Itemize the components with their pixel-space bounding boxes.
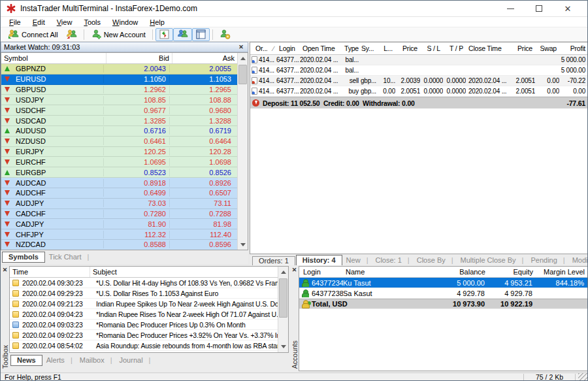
summary-text: Deposit: 11 052.50 Credit: 0.00 Withdraw… bbox=[263, 99, 566, 107]
toolbox-tab[interactable]: Journal bbox=[116, 356, 154, 366]
menu-item[interactable]: Help bbox=[144, 17, 171, 27]
history-tab[interactable]: History: 4 bbox=[296, 255, 342, 266]
market-watch-row[interactable]: AUDUSD 0.6716 0.6719 bbox=[1, 126, 237, 137]
column-symbol[interactable]: Sy... bbox=[359, 44, 380, 52]
market-watch-row[interactable]: EURJPY 120.25 120.28 bbox=[1, 147, 237, 157]
toolbox-tab[interactable]: Mailbox bbox=[76, 356, 116, 366]
column-order[interactable]: Or...∕ bbox=[250, 44, 276, 52]
market-watch-row[interactable]: AUDJPY 73.03 73.11 bbox=[1, 199, 237, 209]
column-symbol[interactable]: Symbol bbox=[1, 53, 106, 63]
toggle-toolbox-button[interactable] bbox=[192, 28, 210, 41]
toolbox-tab[interactable]: Alerts bbox=[43, 356, 76, 366]
market-watch-close-icon[interactable]: ✕ bbox=[237, 44, 245, 50]
market-watch-row[interactable]: GBPNZD 2.0043 2.0055 bbox=[1, 64, 237, 75]
market-watch-tab[interactable]: Symbols bbox=[2, 252, 45, 263]
column-close-price[interactable]: Price bbox=[510, 44, 535, 52]
menu-item[interactable]: Window bbox=[106, 17, 144, 27]
market-watch-row[interactable]: EURCHF 1.0695 1.0698 bbox=[1, 157, 237, 167]
column-equity[interactable]: Equity bbox=[488, 267, 536, 277]
news-row[interactable]: 2020.02.04 09:29:23 *U.S. Dollar Rises T… bbox=[10, 288, 278, 299]
news-scrollbar[interactable] bbox=[278, 267, 288, 352]
history-tab[interactable]: New bbox=[343, 256, 372, 266]
column-type[interactable]: Type bbox=[342, 44, 359, 52]
scroll-thumb[interactable] bbox=[279, 278, 287, 318]
column-price[interactable]: Price bbox=[395, 44, 420, 52]
market-watch-row[interactable]: AUDCAD 0.8918 0.8926 bbox=[1, 178, 237, 188]
column-open-time[interactable]: Open Time bbox=[300, 44, 342, 52]
market-watch-row[interactable]: GBPUSD 1.2962 1.2965 bbox=[1, 85, 237, 95]
menu-item[interactable]: Edit bbox=[27, 17, 51, 27]
column-ask[interactable]: Ask bbox=[172, 53, 237, 63]
maximize-button[interactable] bbox=[525, 1, 553, 16]
market-watch-row[interactable]: AUDCHF 0.6499 0.6507 bbox=[1, 188, 237, 199]
scroll-down-icon[interactable] bbox=[278, 342, 288, 352]
history-tab[interactable]: Modify bbox=[569, 256, 588, 266]
history-tab[interactable]: Multiple Close By bbox=[457, 256, 527, 266]
account-row[interactable]: 64377234 Ku Tasut 5 000.00 4 953.21 844.… bbox=[299, 278, 587, 288]
market-watch-row[interactable]: USDCHF 0.9677 0.9680 bbox=[1, 105, 237, 116]
column-margin-level[interactable]: Margin Level bbox=[536, 267, 587, 277]
column-close-time[interactable]: Close Time bbox=[466, 44, 510, 52]
menu-item[interactable]: Tools bbox=[78, 17, 106, 27]
connect-all-button[interactable]: Connect All bbox=[4, 28, 62, 41]
column-time[interactable]: Time bbox=[10, 267, 90, 277]
history-row[interactable]: 414... 64377... 2020.02.04 ... sell gbp.… bbox=[250, 76, 588, 86]
account-row[interactable]: Total, USD 10 973.90 10 922.19 bbox=[299, 299, 587, 309]
toolbox-tab[interactable]: News bbox=[10, 355, 42, 366]
market-watch-tab[interactable]: Tick Chart bbox=[46, 253, 93, 263]
scroll-up-icon[interactable] bbox=[238, 54, 248, 63]
account-settings-button[interactable] bbox=[216, 28, 235, 41]
market-watch-row[interactable]: USDCAD 1.3285 1.3288 bbox=[1, 116, 237, 126]
history-tab[interactable]: Close By bbox=[414, 256, 457, 266]
account-row[interactable]: 64377238 Sa Kasut 4 929.78 4 929.78 bbox=[299, 288, 587, 299]
news-row[interactable]: 2020.02.04 08:54:02 Asia Roundup: Aussie… bbox=[10, 340, 278, 351]
market-watch-row[interactable]: EURUSD 1.1050 1.1053 bbox=[1, 75, 237, 85]
market-watch-row[interactable]: NZDCAD 0.8588 0.8596 bbox=[1, 240, 237, 250]
column-balance[interactable]: Balance bbox=[439, 267, 488, 277]
market-watch-row[interactable]: CADJPY 81.90 81.98 bbox=[1, 219, 237, 229]
history-row[interactable]: 414... 64377... 2020.02.04 ... bal... 5 … bbox=[250, 65, 588, 76]
close-button[interactable]: ✕ bbox=[553, 1, 582, 16]
menu-item[interactable]: File bbox=[3, 17, 27, 27]
news-row[interactable]: 2020.02.04 09:02:23 *Romania Dec Produce… bbox=[10, 330, 278, 340]
column-login[interactable]: Login bbox=[276, 44, 300, 52]
market-watch-row[interactable]: CHFJPY 112.32 112.40 bbox=[1, 229, 237, 240]
account-equity-cell: 4 953.21 bbox=[488, 279, 536, 287]
market-watch-row[interactable]: CADCHF 0.7280 0.7288 bbox=[1, 209, 237, 220]
column-tp[interactable]: T / P bbox=[443, 44, 466, 52]
toolbox-close-icon[interactable]: ✕ bbox=[1, 267, 9, 273]
resize-grip[interactable] bbox=[578, 373, 587, 381]
scroll-thumb[interactable] bbox=[238, 65, 247, 84]
price-direction-icon bbox=[1, 66, 13, 71]
new-account-button[interactable]: New Account bbox=[87, 28, 150, 41]
history-row[interactable]: 414... 64377... 2020.02.04 ... buy gbp..… bbox=[250, 86, 588, 97]
column-bid[interactable]: Bid bbox=[106, 53, 172, 63]
minimize-button[interactable] bbox=[496, 1, 525, 16]
market-watch-scrollbar[interactable] bbox=[237, 53, 248, 250]
toggle-accounts-button[interactable] bbox=[173, 28, 192, 41]
history-tab[interactable]: Close: 1 bbox=[372, 256, 412, 266]
scroll-down-icon[interactable] bbox=[238, 240, 248, 250]
disconnect-all-button[interactable] bbox=[62, 28, 81, 41]
market-watch-row[interactable]: NZDUSD 0.6461 0.6464 bbox=[1, 137, 237, 147]
news-row[interactable]: 2020.02.04 09:03:23 *Romania Dec Produce… bbox=[10, 320, 278, 330]
column-lots[interactable]: L... bbox=[380, 44, 395, 52]
history-tab[interactable]: Pending bbox=[527, 256, 568, 266]
history-tab[interactable]: Orders: 1 bbox=[252, 256, 295, 266]
news-row[interactable]: 2020.02.04 09:30:23 *U.S. Dollar Hit 4-d… bbox=[10, 278, 278, 288]
market-watch-row[interactable]: EURGBP 0.8523 0.8526 bbox=[1, 167, 237, 178]
history-row[interactable]: 414... 64377... 2020.02.04 ... bal... 5 … bbox=[250, 55, 588, 65]
scroll-up-icon[interactable] bbox=[278, 267, 288, 277]
column-login[interactable]: Login bbox=[299, 267, 343, 277]
news-row[interactable]: 2020.02.04 09:21:23 Indian Rupee Spikes … bbox=[10, 299, 278, 309]
news-row[interactable]: 2020.02.04 09:04:23 *Indian Rupee Rises … bbox=[10, 309, 278, 320]
toggle-market-watch-button[interactable] bbox=[155, 28, 173, 41]
column-profit[interactable]: Profit bbox=[559, 44, 588, 52]
column-sl[interactable]: S / L bbox=[420, 44, 443, 52]
column-name[interactable]: Name bbox=[343, 267, 439, 277]
column-swap[interactable]: Swap bbox=[535, 44, 559, 52]
accounts-close-icon[interactable]: ✕ bbox=[291, 267, 299, 273]
column-subject[interactable]: Subject bbox=[90, 267, 288, 277]
menu-item[interactable]: View bbox=[51, 17, 78, 27]
market-watch-row[interactable]: USDJPY 108.85 108.88 bbox=[1, 95, 237, 105]
